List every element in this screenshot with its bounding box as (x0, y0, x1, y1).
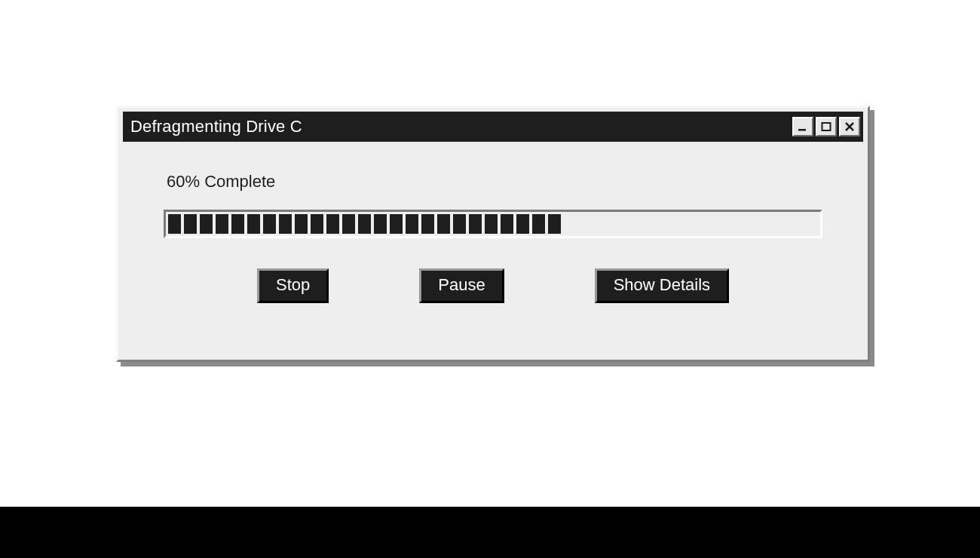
progress-segment (390, 214, 403, 234)
progress-segment (374, 214, 387, 234)
progress-segment (200, 214, 213, 234)
titlebar[interactable]: Defragmenting Drive C (123, 112, 863, 142)
progress-segment (231, 214, 244, 234)
progress-segment (421, 214, 434, 234)
close-button[interactable] (839, 117, 860, 136)
progress-segment (279, 214, 292, 234)
action-row: Stop Pause Show Details (164, 268, 822, 303)
progress-segment (437, 214, 450, 234)
progress-segment (342, 214, 355, 234)
close-icon (844, 121, 856, 132)
progress-segment (247, 214, 260, 234)
minimize-icon (797, 121, 809, 132)
window-controls (792, 117, 860, 136)
progress-segment (453, 214, 466, 234)
progress-segment (216, 214, 228, 234)
defrag-dialog: Defragmenting Drive C 60% Complete (116, 106, 870, 362)
progress-segment (532, 214, 545, 234)
stop-button[interactable]: Stop (257, 268, 329, 303)
progress-segment (516, 214, 529, 234)
progress-status: 60% Complete (167, 172, 822, 192)
progress-segment (263, 214, 276, 234)
maximize-icon (820, 121, 832, 132)
progress-segment (501, 214, 513, 234)
show-details-button[interactable]: Show Details (595, 268, 729, 303)
progress-segment (184, 214, 197, 234)
progress-segment (168, 214, 181, 234)
window-title: Defragmenting Drive C (130, 117, 302, 136)
svg-rect-0 (798, 129, 806, 131)
progress-bar (164, 210, 822, 238)
progress-segment (469, 214, 482, 234)
progress-segment (295, 214, 308, 234)
progress-segment (311, 214, 323, 234)
progress-segment (358, 214, 371, 234)
minimize-button[interactable] (792, 117, 813, 136)
footer-strip (0, 507, 980, 558)
pause-button[interactable]: Pause (419, 268, 504, 303)
progress-segment (406, 214, 418, 234)
svg-rect-1 (822, 123, 831, 130)
dialog-body: 60% Complete Stop Pause Show Details (118, 142, 868, 303)
progress-segment (326, 214, 339, 234)
progress-segment (548, 214, 561, 234)
progress-segment (485, 214, 498, 234)
maximize-button[interactable] (816, 117, 837, 136)
